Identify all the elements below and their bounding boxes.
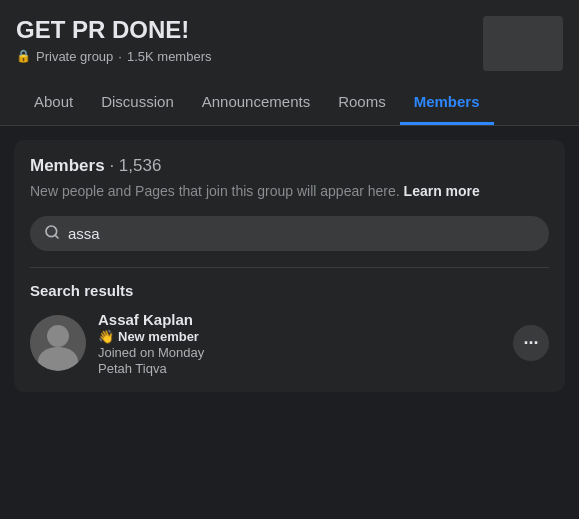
tab-announcements[interactable]: Announcements [188, 81, 324, 125]
members-count: · 1,536 [109, 156, 161, 175]
search-input[interactable] [68, 225, 535, 242]
search-icon [44, 224, 60, 243]
group-cover-thumbnail [483, 16, 563, 71]
nav-tabs: About Discussion Announcements Rooms Mem… [16, 81, 563, 125]
group-type: Private group [36, 49, 113, 64]
member-badge: 👋 New member [98, 329, 204, 344]
members-heading: Members · 1,536 [30, 156, 549, 176]
main-content: Members · 1,536 New people and Pages tha… [0, 126, 579, 406]
svg-line-1 [55, 235, 58, 238]
group-meta: 🔒 Private group · 1.5K members [16, 49, 212, 64]
meta-separator: · [118, 49, 122, 64]
more-options-button[interactable]: ··· [513, 325, 549, 361]
tab-about[interactable]: About [20, 81, 87, 125]
members-description: New people and Pages that join this grou… [30, 182, 549, 202]
divider [30, 267, 549, 268]
avatar[interactable] [30, 315, 86, 371]
tab-rooms[interactable]: Rooms [324, 81, 400, 125]
search-results-label: Search results [30, 282, 549, 299]
member-count: 1.5K members [127, 49, 212, 64]
member-name[interactable]: Assaf Kaplan [98, 311, 204, 328]
badge-label: New member [118, 329, 199, 344]
group-header: GET PR DONE! 🔒 Private group · 1.5K memb… [0, 0, 579, 126]
member-item: Assaf Kaplan 👋 New member Joined on Mond… [30, 311, 549, 376]
lock-icon: 🔒 [16, 49, 31, 63]
wave-emoji: 👋 [98, 329, 114, 344]
member-location: Petah Tiqva [98, 361, 204, 376]
members-card: Members · 1,536 New people and Pages tha… [14, 140, 565, 392]
learn-more-link[interactable]: Learn more [404, 183, 480, 199]
search-box [30, 216, 549, 251]
tab-discussion[interactable]: Discussion [87, 81, 188, 125]
group-title: GET PR DONE! [16, 16, 212, 45]
member-join-date: Joined on Monday [98, 345, 204, 360]
member-left: Assaf Kaplan 👋 New member Joined on Mond… [30, 311, 204, 376]
tab-members[interactable]: Members [400, 81, 494, 125]
member-info: Assaf Kaplan 👋 New member Joined on Mond… [98, 311, 204, 376]
